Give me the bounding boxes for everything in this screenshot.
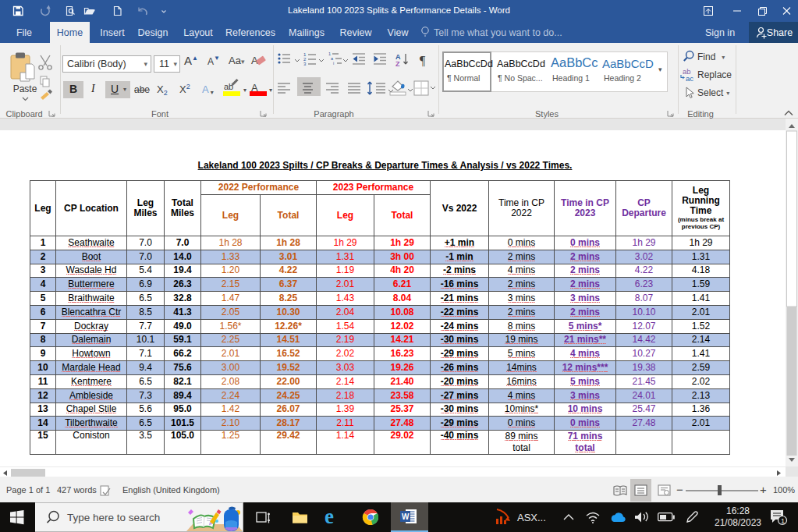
svg-text:1: 1 [781,517,785,525]
svg-text:i: i [333,61,334,66]
svg-text:3: 3 [303,62,307,66]
svg-text:Z: Z [395,60,400,68]
svg-text:W: W [402,512,410,521]
svg-text:ac: ac [686,74,693,83]
svg-text:¶: ¶ [420,54,426,67]
